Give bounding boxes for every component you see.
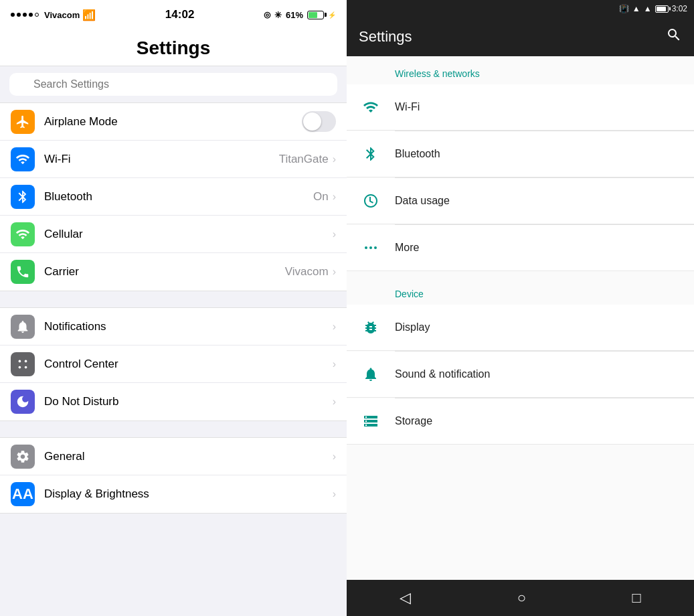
bluetooth-status-icon: ✳ <box>274 10 282 20</box>
android-data-usage-row-icon <box>359 189 383 213</box>
moon-icon <box>15 394 30 409</box>
phone-icon <box>15 264 30 279</box>
back-icon: ◁ <box>400 589 411 606</box>
battery-bolt-icon: ⚡ <box>328 11 336 19</box>
android-search-button[interactable] <box>666 27 682 47</box>
android-battery-outline <box>655 5 669 13</box>
ios-settings-header: Settings <box>0 29 347 66</box>
android-content: Wireless & networks Wi-Fi Bluetooth Data… <box>347 56 694 580</box>
android-nav-bar: ◁ ○ □ <box>347 580 694 616</box>
ios-row-carrier[interactable]: Carrier Vivacom › <box>0 253 347 291</box>
ios-row-wifi[interactable]: Wi-Fi TitanGate › <box>0 141 347 178</box>
android-panel: 📳 ▲ ▲ 3:02 Settings Wireless & networks … <box>347 0 694 616</box>
android-vibrate-icon: 📳 <box>619 4 629 13</box>
android-section-header-device: Device <box>347 277 694 305</box>
airplane-icon <box>15 114 30 129</box>
signal-dots <box>11 13 39 17</box>
cellular-label: Cellular <box>44 228 333 241</box>
ios-row-bluetooth[interactable]: Bluetooth On › <box>0 178 347 216</box>
wifi-label: Wi-Fi <box>44 153 279 166</box>
cellular-icon-wrap <box>11 222 35 246</box>
ios-row-notifications[interactable]: Notifications › <box>0 308 347 345</box>
wifi-icon-wrap <box>11 147 35 171</box>
ios-panel: Vivacom 📶 14:02 ◎ ✳ 61% ⚡ Settings 🔍 <box>0 0 347 616</box>
android-back-button[interactable]: ◁ <box>386 583 424 613</box>
ios-row-control-center[interactable]: Control Center › <box>0 345 347 383</box>
carrier-label-row: Carrier <box>44 265 285 279</box>
android-status-icons: 📳 ▲ ▲ 3:02 <box>619 4 687 13</box>
android-row-display[interactable]: Display <box>347 305 694 351</box>
storage-icon <box>363 413 379 429</box>
android-row-wifi[interactable]: Wi-Fi <box>347 84 694 131</box>
ios-group-system: Notifications › Control Center › Do Not … <box>0 307 347 421</box>
ios-search-wrap: 🔍 <box>9 73 337 96</box>
android-signal-icon: ▲ <box>644 4 652 13</box>
android-sound-label: Sound & notification <box>395 368 490 380</box>
signal-dot-1 <box>11 13 15 17</box>
android-more-row-icon <box>359 236 383 260</box>
ios-row-airplane-mode[interactable]: Airplane Mode <box>0 103 347 141</box>
android-toolbar-title: Settings <box>359 28 412 46</box>
carrier-label: Vivacom <box>44 10 80 20</box>
wifi-status-icon: 📶 <box>82 9 96 21</box>
toggle-knob <box>303 112 321 131</box>
search-icon <box>666 27 682 43</box>
android-wifi-row-icon <box>359 95 383 119</box>
svg-point-5 <box>369 246 372 249</box>
general-chevron: › <box>333 451 336 463</box>
android-row-sound[interactable]: Sound & notification <box>347 352 694 398</box>
recents-icon: □ <box>632 589 640 606</box>
ios-row-general[interactable]: General › <box>0 438 347 475</box>
android-sound-row-icon <box>359 362 383 386</box>
notifications-icon-wrap <box>11 315 35 339</box>
signal-dot-3 <box>23 13 27 17</box>
android-row-bluetooth[interactable]: Bluetooth <box>347 131 694 177</box>
cellular-icon <box>15 227 30 242</box>
carrier-chevron: › <box>333 266 336 278</box>
ios-search-bar-container: 🔍 <box>0 66 347 102</box>
search-input[interactable] <box>9 73 337 96</box>
airplane-mode-toggle[interactable] <box>302 111 336 132</box>
location-icon: ◎ <box>264 10 270 19</box>
android-row-storage[interactable]: Storage <box>347 398 694 445</box>
general-icon-wrap <box>11 445 35 469</box>
ios-row-display-brightness[interactable]: AA Display & Brightness › <box>0 475 347 513</box>
android-recents-button[interactable]: □ <box>618 583 654 613</box>
display-brightness-label: Display & Brightness <box>44 487 333 501</box>
control-center-chevron: › <box>333 358 336 370</box>
android-row-more[interactable]: More <box>347 225 694 271</box>
more-icon <box>363 240 379 256</box>
android-more-label: More <box>395 242 419 254</box>
svg-point-2 <box>19 366 21 368</box>
display-brightness-chevron: › <box>333 488 336 500</box>
ios-status-left: Vivacom 📶 <box>11 9 96 21</box>
do-not-disturb-label: Do Not Disturb <box>44 395 333 408</box>
airplane-mode-icon-wrap <box>11 110 35 134</box>
wifi-chevron: › <box>333 153 336 165</box>
svg-point-4 <box>365 246 367 249</box>
wifi-icon <box>363 99 379 115</box>
android-toolbar: Settings <box>347 17 694 56</box>
carrier-value: Vivacom <box>285 265 329 279</box>
ios-spacer-1 <box>0 291 347 307</box>
android-display-row-icon <box>359 315 383 339</box>
ios-time: 14:02 <box>165 8 194 21</box>
android-section-header-wireless: Wireless & networks <box>347 56 694 84</box>
ios-status-right: ◎ ✳ 61% ⚡ <box>264 10 336 20</box>
ios-row-cellular[interactable]: Cellular › <box>0 216 347 253</box>
ios-group-connectivity: Airplane Mode Wi-Fi TitanGate › Bluetoot… <box>0 102 347 291</box>
notifications-icon <box>15 319 30 334</box>
svg-point-1 <box>25 360 27 362</box>
signal-dot-2 <box>17 13 21 17</box>
android-storage-label: Storage <box>395 415 432 427</box>
android-status-bar: 📳 ▲ ▲ 3:02 <box>347 0 694 17</box>
ios-row-do-not-disturb[interactable]: Do Not Disturb › <box>0 383 347 420</box>
android-row-data-usage[interactable]: Data usage <box>347 178 694 224</box>
ios-spacer-2 <box>0 421 347 437</box>
carrier-icon-wrap <box>11 260 35 284</box>
android-display-label: Display <box>395 321 430 333</box>
ios-group-display: General › AA Display & Brightness › <box>0 437 347 514</box>
do-not-disturb-icon-wrap <box>11 390 35 414</box>
android-home-button[interactable]: ○ <box>504 583 539 613</box>
svg-point-6 <box>374 246 377 249</box>
